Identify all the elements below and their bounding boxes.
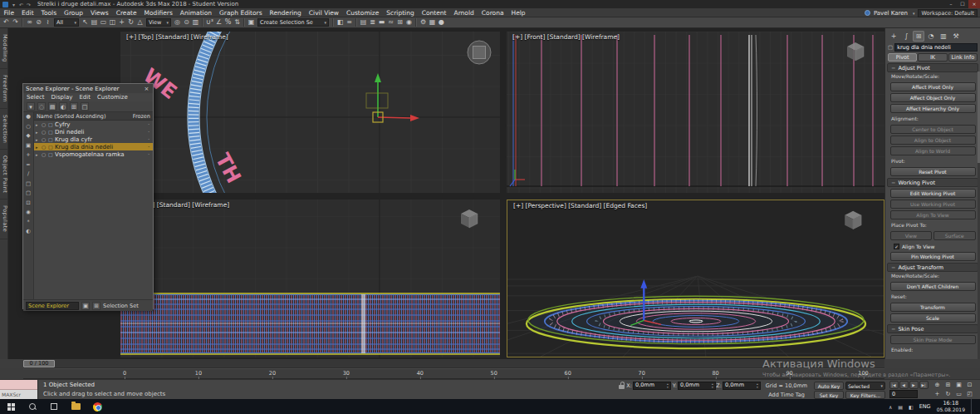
angle-snap-icon[interactable]: ∠ xyxy=(214,17,223,27)
user-avatar[interactable] xyxy=(865,10,870,16)
chrome-button[interactable] xyxy=(86,399,108,414)
layer-explorer-icon[interactable]: ≣ xyxy=(368,17,377,27)
scale-button[interactable]: Scale xyxy=(890,313,976,323)
zoom-all-icon[interactable]: ⊞ xyxy=(943,381,953,389)
timeline-tick[interactable]: 100 xyxy=(858,370,868,379)
timeline-tick[interactable]: 10 xyxy=(195,370,202,379)
display-helpers-filter-icon[interactable]: + xyxy=(26,152,30,158)
explorer-search-icon[interactable]: ◌ xyxy=(37,102,46,111)
spinner-icon[interactable]: ▴▾ xyxy=(755,382,760,389)
timeline-tick[interactable]: 40 xyxy=(417,370,424,379)
subtab-link-info[interactable]: Link Info xyxy=(948,53,978,62)
ribbon-tab-freeform[interactable]: Freeform xyxy=(0,69,8,109)
unlink-icon[interactable]: ⊘ xyxy=(34,17,43,27)
scene-explorer-toggle-icon[interactable]: ▤ xyxy=(359,17,368,27)
list-item[interactable]: ▸○▢Krug dla cyfr· xyxy=(34,136,153,143)
select-link-icon[interactable]: ∞ xyxy=(25,17,34,27)
previous-frame-button[interactable]: ◀ xyxy=(899,381,909,389)
visibility-icon[interactable]: ○ xyxy=(42,121,48,127)
volume-icon[interactable]: ◧ xyxy=(909,404,914,410)
select-object-icon[interactable]: ↖ xyxy=(81,17,90,27)
left-view-wireframe-band[interactable] xyxy=(120,293,500,354)
list-item[interactable]: ▸○▢Krug dla dnia nedeli· xyxy=(34,143,153,150)
explorer-lock-icon[interactable]: □ xyxy=(81,102,89,111)
selection-set-dropdown[interactable]: Selected ▾ xyxy=(845,382,885,390)
viewport-top-canvas[interactable]: WE TH xyxy=(120,32,500,193)
spinner-icon[interactable]: ▴▾ xyxy=(665,382,670,389)
play-button[interactable]: ▶ xyxy=(909,381,919,389)
viewport-front-label[interactable]: [+] [Front] [Standard] [Wireframe] xyxy=(512,33,620,41)
visibility-icon[interactable]: ○ xyxy=(42,151,48,157)
coord-system-dropdown[interactable]: View▾ xyxy=(146,18,171,27)
select-move-icon[interactable]: + xyxy=(117,17,126,27)
subtab-ik[interactable]: IK xyxy=(918,53,947,62)
maxscript-mini-listener[interactable]: MAXScr xyxy=(0,380,38,400)
select-rotate-icon[interactable]: ↻ xyxy=(126,17,135,27)
material-editor-icon[interactable]: ◉ xyxy=(404,17,414,27)
menu-item-content[interactable]: Content xyxy=(418,8,450,17)
explorer-menu-customize[interactable]: Customize xyxy=(94,94,131,101)
select-scale-icon[interactable]: △ xyxy=(135,17,145,27)
menu-item-civil-view[interactable]: Civil View xyxy=(305,8,342,17)
object-name-field[interactable]: krug dla dnia nedeli xyxy=(894,43,978,52)
object-color-icon[interactable]: ▢ xyxy=(888,44,893,51)
edit-named-selections-icon[interactable]: ▣ xyxy=(247,17,256,27)
rollout-header-skin-pose[interactable]: −Skin Pose xyxy=(887,324,978,333)
explorer-list-view-icon[interactable]: ▤ xyxy=(48,102,56,111)
visibility-icon[interactable]: ○ xyxy=(42,129,48,135)
frozen-toggle[interactable]: · xyxy=(145,144,153,150)
task-view-button[interactable] xyxy=(43,399,65,414)
go-to-start-button[interactable]: |◀ xyxy=(889,381,899,389)
orbit-icon[interactable]: ↻ xyxy=(943,390,953,398)
menu-item-file[interactable]: File xyxy=(0,8,18,17)
explorer-settings-icon[interactable]: ⊞ xyxy=(70,102,78,111)
don-t-affect-children-button[interactable]: Don't Affect Children xyxy=(890,282,976,291)
timeline-tick[interactable]: 30 xyxy=(343,370,350,379)
time-slider-thumb[interactable]: 0 / 100 xyxy=(23,360,55,367)
listener-pane[interactable]: MAXScr xyxy=(0,390,37,399)
viewport-top[interactable]: [+] [Top] [Standard] [Wireframe] WE TH xyxy=(120,32,500,193)
display-spacewarps-filter-icon[interactable]: ≈ xyxy=(26,162,30,168)
minimize-button[interactable]: – xyxy=(945,0,957,8)
explorer-menu-edit[interactable]: Edit xyxy=(76,94,94,101)
file-explorer-button[interactable] xyxy=(65,399,86,414)
viewcube[interactable] xyxy=(468,41,491,64)
list-item[interactable]: ▸○▢Vspomogatelnaa ramka· xyxy=(34,150,153,158)
y-coordinate-field[interactable]: 0,0mm ▴▾ xyxy=(678,382,716,390)
viewport-front[interactable]: [+] [Front] [Standard] [Wireframe] xyxy=(507,32,884,193)
named-selection-sets-dropdown[interactable]: Create Selection Se▾ xyxy=(257,18,329,27)
scene-explorer-title-bar[interactable]: Scene Explorer - Scene Explorer × xyxy=(23,84,153,93)
menu-item-views[interactable]: Views xyxy=(86,8,112,17)
timeline-tick[interactable]: 70 xyxy=(639,370,645,379)
x-coordinate-field[interactable]: 0,0mm ▴▾ xyxy=(633,382,671,390)
expander-icon[interactable]: ▸ xyxy=(36,145,42,150)
ribbon-toggle-icon[interactable]: ▬ xyxy=(377,17,386,27)
rollout-header-adjust-pivot[interactable]: −Adjust Pivot xyxy=(887,63,978,72)
expander-icon[interactable]: ▸ xyxy=(36,137,42,142)
timeline-tick[interactable]: 90 xyxy=(786,370,792,379)
quick-save-icon[interactable]: ▾ xyxy=(10,2,17,7)
workspace-selector[interactable]: Workspace: Default xyxy=(918,9,978,17)
redo-icon[interactable]: ↷ xyxy=(11,17,20,27)
spinner-snap-icon[interactable]: ⇅ xyxy=(233,17,242,27)
transform-button[interactable]: Transform xyxy=(890,303,976,312)
show-desktop-button[interactable] xyxy=(971,399,973,414)
menu-item-group[interactable]: Group xyxy=(61,8,87,17)
motion-tab[interactable]: ◔ xyxy=(925,31,937,42)
undo-icon[interactable]: ↶ xyxy=(2,17,11,27)
name-column-header[interactable]: Name (Sorted Ascending) xyxy=(37,113,133,120)
align-icon[interactable]: ≡ xyxy=(345,17,354,27)
z-coordinate-value[interactable]: 0,0mm xyxy=(723,382,755,389)
zoom-extents-all-icon[interactable]: ⊡ xyxy=(964,381,975,389)
align-to-view-checkbox[interactable]: ✓Align To View xyxy=(887,242,978,250)
network-icon[interactable]: ▤ xyxy=(898,404,903,410)
explorer-filter-icon[interactable]: ◐ xyxy=(59,102,67,111)
maximize-viewport-icon[interactable]: ◰ xyxy=(964,390,975,398)
x-coordinate-value[interactable]: 0,0mm xyxy=(634,382,665,389)
frozen-toggle[interactable]: · xyxy=(145,129,153,136)
viewport-front-canvas[interactable] xyxy=(507,32,884,193)
frozen-toggle[interactable]: · xyxy=(145,121,153,128)
display-containers-filter-icon[interactable]: □ xyxy=(26,181,31,187)
ribbon-tab-populate[interactable]: Populate xyxy=(0,200,8,239)
search-button[interactable] xyxy=(22,399,43,414)
